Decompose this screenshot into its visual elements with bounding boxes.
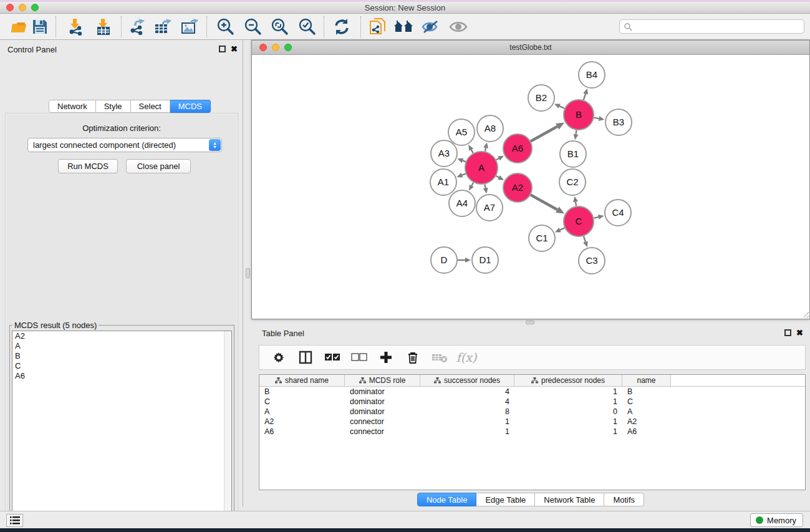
minimize-window-button[interactable]	[19, 4, 26, 11]
table-cell[interactable]: 1	[514, 397, 622, 407]
node-table[interactable]: shared nameMCDS rolesuccessor nodesprede…	[259, 374, 806, 490]
mcds-result-list[interactable]: A2ABCA6	[12, 331, 232, 532]
save-session-icon[interactable]	[29, 17, 51, 37]
table-cell[interactable]: 1	[420, 427, 514, 437]
table-row[interactable]: A6connector11A6	[259, 427, 805, 437]
float-panel-icon[interactable]	[219, 46, 226, 52]
table-cell[interactable]: 1	[420, 417, 514, 427]
table-cell[interactable]: C	[259, 397, 345, 407]
table-cell[interactable]: A	[622, 407, 671, 417]
edge-C-C1[interactable]	[560, 228, 564, 230]
criterion-dropdown[interactable]: largest connected component (directed) ▲…	[27, 138, 222, 152]
table-cell[interactable]: A6	[259, 427, 345, 437]
table-cell[interactable]: A	[259, 407, 345, 417]
table-cell[interactable]: A2	[622, 417, 671, 427]
export-network-icon[interactable]	[126, 17, 147, 37]
table-cell[interactable]: 0	[514, 407, 622, 417]
table-cell[interactable]: 1	[514, 387, 622, 397]
table-cell[interactable]: dominator	[345, 387, 420, 397]
table-cell[interactable]: A2	[259, 417, 345, 427]
table-cell[interactable]: 4	[420, 387, 514, 397]
column-layout-icon[interactable]	[297, 349, 314, 365]
table-cell[interactable]: 4	[420, 397, 514, 407]
network-from-file-icon[interactable]	[367, 17, 388, 37]
edge-B-B2[interactable]	[559, 106, 564, 109]
table-row[interactable]: A2connector11A2	[259, 417, 805, 427]
zoom-in-icon[interactable]	[215, 17, 236, 37]
close-panel-icon[interactable]: ✖	[231, 44, 238, 54]
tab-motifs[interactable]: Motifs	[604, 493, 644, 506]
network-zoom-button[interactable]	[284, 44, 292, 51]
clear-checkboxes-icon[interactable]	[351, 349, 367, 365]
home-network-icon[interactable]	[393, 17, 414, 37]
edge-A6-B[interactable]	[531, 127, 557, 142]
show-hide-icon[interactable]	[420, 17, 441, 37]
table-row[interactable]: Bdominator41B	[259, 387, 805, 397]
run-mcds-button[interactable]: Run MCDS	[58, 159, 118, 173]
table-cell[interactable]: connector	[345, 427, 420, 437]
table-cell[interactable]: 1	[514, 427, 622, 437]
search-input[interactable]	[632, 22, 804, 31]
export-image-icon[interactable]	[179, 17, 200, 37]
export-table-icon[interactable]	[152, 17, 173, 37]
panel-splitter-handle[interactable]	[246, 268, 250, 278]
edge-A-A6[interactable]	[496, 158, 499, 160]
result-item[interactable]: A2	[12, 331, 231, 341]
edge-A-A2[interactable]	[496, 176, 499, 178]
edge-B-B3[interactable]	[594, 118, 599, 118]
table-cell[interactable]: connector	[345, 417, 420, 427]
edge-C-C2[interactable]	[576, 202, 576, 206]
table-cell[interactable]: 1	[514, 417, 622, 427]
table-cell[interactable]: B	[622, 387, 671, 397]
table-cell[interactable]: C	[622, 397, 671, 407]
result-item[interactable]: B	[12, 351, 231, 361]
edge-A-A8[interactable]	[485, 148, 486, 151]
window-resize-grip[interactable]	[801, 310, 809, 318]
task-history-button[interactable]	[6, 514, 23, 527]
tab-style[interactable]: Style	[96, 100, 131, 113]
select-all-checkboxes-icon[interactable]	[324, 349, 340, 365]
table-cell[interactable]: A6	[622, 427, 671, 437]
tab-node-table[interactable]: Node Table	[417, 493, 477, 506]
eye-icon[interactable]	[448, 17, 469, 37]
gear-icon[interactable]	[271, 349, 287, 365]
refresh-icon[interactable]	[331, 17, 352, 37]
zoom-fit-icon[interactable]	[269, 17, 290, 37]
edge-C-C4[interactable]	[594, 217, 598, 218]
column-header-predecessor-nodes[interactable]: predecessor nodes	[514, 375, 622, 386]
column-header-name[interactable]: name	[622, 375, 671, 386]
table-row[interactable]: Adominator80A	[259, 407, 805, 417]
import-table-icon[interactable]	[93, 17, 114, 37]
table-cell[interactable]: dominator	[345, 397, 420, 407]
column-header-successor-nodes[interactable]: successor nodes	[420, 375, 514, 386]
zoom-selected-icon[interactable]	[296, 17, 317, 37]
column-header-MCDS-role[interactable]: MCDS role	[345, 375, 420, 386]
edge-A-A5[interactable]	[471, 150, 473, 153]
edge-C-C3[interactable]	[584, 236, 586, 242]
edge-A-A1[interactable]	[462, 174, 466, 175]
network-graph[interactable]: B4B2BB3A8A5A6A3B1AC2A1A2A4A7C4CC1C3DD1	[253, 56, 809, 318]
zoom-window-button[interactable]	[31, 4, 39, 11]
memory-button[interactable]: Memory	[750, 513, 803, 527]
result-item[interactable]: A	[12, 341, 231, 351]
delete-table-icon[interactable]	[432, 349, 448, 365]
delete-column-icon[interactable]	[405, 349, 421, 365]
result-item[interactable]: A6	[12, 371, 231, 381]
edge-A-A4[interactable]	[471, 183, 473, 186]
edge-B-B1[interactable]	[576, 130, 577, 135]
open-file-icon[interactable]	[8, 17, 29, 37]
column-header-shared-name[interactable]: shared name	[259, 375, 345, 386]
tab-select[interactable]: Select	[131, 100, 170, 113]
edge-B-B4[interactable]	[584, 94, 586, 100]
close-panel-button[interactable]: Close panel	[126, 159, 191, 173]
network-close-button[interactable]	[259, 44, 267, 51]
edge-A-A7[interactable]	[485, 184, 485, 188]
tab-mcds[interactable]: MCDS	[170, 100, 211, 113]
edge-A-A3[interactable]	[463, 160, 466, 162]
close-panel-icon[interactable]: ✖	[796, 328, 803, 337]
tab-network-table[interactable]: Network Table	[535, 493, 604, 506]
edge-A2-C[interactable]	[531, 195, 557, 210]
function-builder-icon[interactable]: f(x)	[458, 349, 475, 365]
add-column-icon[interactable]	[378, 349, 394, 365]
zoom-out-icon[interactable]	[242, 17, 263, 37]
